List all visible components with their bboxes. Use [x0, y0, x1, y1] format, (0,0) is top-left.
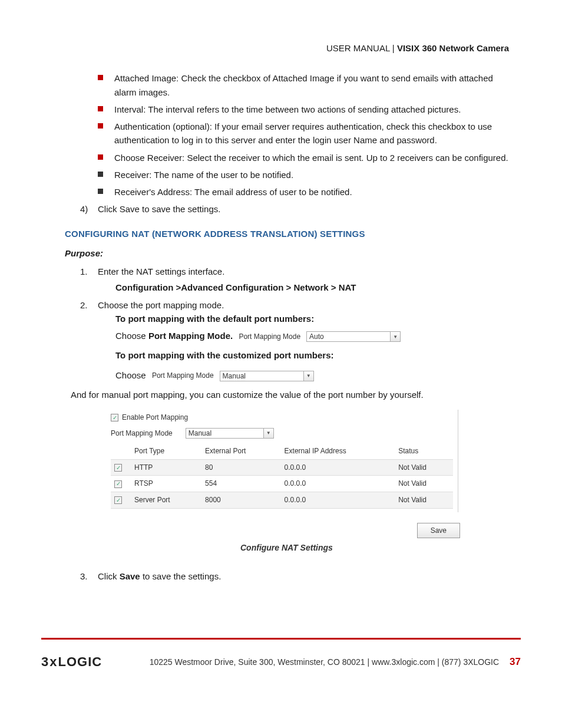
step-text-post: to save the settings. — [140, 571, 222, 581]
mapping-custom-heading: To port mapping with the customized port… — [115, 348, 509, 362]
nat-step-3-list: 3. Click Save to save the settings. — [65, 569, 509, 583]
choose-text: Choose — [115, 370, 146, 380]
logo: 3xLOGIC — [41, 652, 102, 672]
step-number: 2. — [80, 298, 88, 312]
col-port-type: Port Type — [131, 443, 201, 459]
bullet-item: Choose Receiver: Select the receiver to … — [98, 151, 509, 164]
mode-label: Port Mapping Mode — [239, 331, 300, 342]
figure-caption: Configure NAT Settings — [240, 542, 458, 555]
step-number: 3. — [80, 569, 88, 583]
cell-external-ip: 0.0.0.0 — [281, 492, 395, 508]
step-text: Choose the port mapping mode. — [98, 300, 224, 310]
cell-external-ip: 0.0.0.0 — [281, 459, 395, 476]
choose-text-pre: Choose — [115, 331, 148, 341]
choose-text-bold: Port Mapping Mode. — [148, 331, 233, 341]
mapping-default-heading: To port mapping with the default port nu… — [115, 312, 509, 325]
page-header: USER MANUAL | VISIX 360 Network Camera — [65, 41, 509, 55]
port-mapping-mode-select[interactable]: Manual ▼ — [186, 428, 274, 439]
select-value: Manual — [189, 429, 211, 437]
header-right: VISIX 360 Network Camera — [397, 43, 509, 53]
row-checkbox[interactable]: ✓ — [114, 464, 122, 472]
mode-select-manual[interactable]: Manual ▼ — [220, 371, 314, 381]
nat-step-1: 1. Enter the NAT settings interface. Con… — [65, 265, 509, 295]
purpose-label: Purpose: — [65, 246, 509, 260]
bullet-item: Authentication (optional): If your email… — [98, 120, 509, 147]
chevron-down-icon: ▼ — [303, 371, 313, 381]
email-bullets-dark: Receiver: The name of the user to be not… — [65, 168, 509, 199]
cell-status: Not Valid — [395, 459, 453, 476]
select-value: Manual — [223, 372, 246, 380]
nat-settings-figure: ✓ Enable Port Mapping Port Mapping Mode … — [111, 410, 458, 554]
enable-port-mapping-checkbox[interactable]: ✓ — [111, 414, 118, 421]
step-text: Click Save to save the settings. — [98, 204, 220, 214]
nat-step-2: 2. Choose the port mapping mode. To port… — [65, 298, 509, 382]
table-row: ✓ RTSP 554 0.0.0.0 Not Valid — [111, 476, 453, 492]
step-number: 1. — [80, 265, 88, 278]
email-bullets-red: Attached Image: Check the checkbox of At… — [65, 71, 509, 164]
mode-auto-figure: Port Mapping Mode Auto ▼ — [239, 331, 401, 342]
table-row: ✓ Server Port 8000 0.0.0.0 Not Valid — [111, 492, 453, 508]
manual-note: And for manual port mapping, you can cus… — [71, 388, 509, 401]
page-footer: 3xLOGIC 10225 Westmoor Drive, Suite 300,… — [41, 652, 521, 672]
mode-label: Port Mapping Mode — [111, 428, 173, 439]
step-text-pre: Click — [98, 571, 120, 581]
row-checkbox[interactable]: ✓ — [114, 480, 122, 488]
step-text: Enter the NAT settings interface. — [98, 266, 224, 276]
mode-select-auto[interactable]: Auto ▼ — [306, 331, 401, 342]
mode-label: Port Mapping Mode — [152, 370, 214, 381]
nat-step-3: 3. Click Save to save the settings. — [65, 569, 509, 583]
step-4-list: 4) Click Save to save the settings. — [65, 202, 509, 216]
chevron-down-icon: ▼ — [390, 332, 400, 341]
step-text-bold: Save — [120, 571, 140, 581]
enable-port-mapping-row: ✓ Enable Port Mapping — [111, 412, 453, 423]
nat-section-heading: CONFIGURING NAT (NETWORK ADDRESS TRANSLA… — [65, 227, 509, 241]
footer-address: 10225 Westmoor Drive, Suite 300, Westmin… — [150, 656, 499, 669]
cell-external-port: 8000 — [201, 492, 280, 508]
choose-mode-manual-row: Choose Port Mapping Mode Manual ▼ — [115, 368, 509, 382]
cell-external-ip: 0.0.0.0 — [281, 476, 395, 492]
col-check — [111, 443, 131, 459]
table-header-row: Port Type External Port External IP Addr… — [111, 443, 453, 459]
bullet-item: Attached Image: Check the checkbox of At… — [98, 71, 509, 99]
select-value: Auto — [309, 332, 324, 341]
step-4: 4) Click Save to save the settings. — [65, 202, 509, 216]
col-external-port: External Port — [201, 443, 280, 459]
nat-steps: 1. Enter the NAT settings interface. Con… — [65, 265, 509, 382]
cell-external-port: 554 — [201, 476, 280, 492]
mode-manual-figure: Port Mapping Mode Manual ▼ — [152, 370, 314, 381]
col-external-ip: External IP Address — [281, 443, 395, 459]
cell-external-port: 80 — [201, 459, 280, 476]
config-path: Configuration >Advanced Configuration > … — [98, 281, 509, 294]
header-left: USER MANUAL | — [326, 43, 397, 53]
table-row: ✓ HTTP 80 0.0.0.0 Not Valid — [111, 459, 453, 476]
bullet-item: Interval: The interval refers to the tim… — [98, 103, 509, 116]
bullet-item: Receiver's Address: The email address of… — [98, 185, 509, 199]
page-number: 37 — [510, 654, 521, 670]
cell-status: Not Valid — [395, 476, 453, 492]
enable-port-mapping-label: Enable Port Mapping — [122, 412, 188, 423]
footer-rule — [41, 638, 521, 640]
step-number: 4) — [80, 202, 88, 216]
choose-mode-auto-row: Choose Port Mapping Mode. Port Mapping M… — [115, 329, 509, 342]
cell-status: Not Valid — [395, 492, 453, 508]
port-mapping-mode-row: Port Mapping Mode Manual ▼ — [111, 428, 453, 439]
cell-port-type: Server Port — [131, 492, 201, 508]
bullet-item: Receiver: The name of the user to be not… — [98, 168, 509, 182]
chevron-down-icon: ▼ — [263, 429, 273, 438]
cell-port-type: HTTP — [131, 459, 201, 476]
col-status: Status — [395, 443, 453, 459]
row-checkbox[interactable]: ✓ — [114, 496, 122, 504]
port-mapping-table: Port Type External Port External IP Addr… — [111, 443, 453, 508]
cell-port-type: RTSP — [131, 476, 201, 492]
save-button[interactable]: Save — [417, 523, 460, 539]
